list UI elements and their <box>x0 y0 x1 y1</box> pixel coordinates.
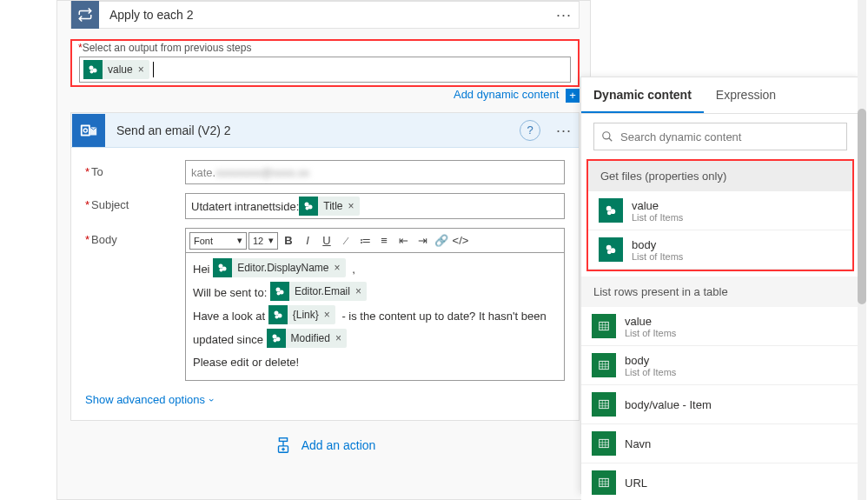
rich-text-toolbar: Font▾ 12▾ B I U ⁄ ≔ ≡ ⇤ ⇥ 🔗 </> <box>185 228 565 252</box>
scrollbar-thumb[interactable] <box>858 109 866 304</box>
apply-to-each-title: Apply to each 2 <box>99 8 549 22</box>
svg-point-29 <box>606 206 612 211</box>
sharepoint-icon <box>83 60 103 79</box>
excel-icon <box>592 353 616 377</box>
panel-tabs: Dynamic content Expression <box>581 77 859 114</box>
token-editor-displayname[interactable]: Editor.DisplayName× <box>213 258 345 277</box>
underline-button[interactable]: U <box>318 232 335 250</box>
sharepoint-icon <box>299 197 318 216</box>
token-modified[interactable]: Modified× <box>267 329 347 348</box>
svg-point-34 <box>607 250 612 255</box>
send-email-header[interactable]: Send an email (V2) 2 ? ··· <box>71 113 579 148</box>
italic-button[interactable]: I <box>299 232 316 250</box>
svg-line-28 <box>609 138 613 142</box>
text-cursor <box>153 62 154 77</box>
font-select[interactable]: Font▾ <box>189 232 247 250</box>
dynamic-content-link-row: Add dynamic content + <box>70 88 580 103</box>
add-action-row: Add an action <box>57 436 592 457</box>
send-email-title: Send an email (V2) 2 <box>106 123 520 137</box>
help-icon[interactable]: ? <box>520 120 540 141</box>
bold-button[interactable]: B <box>280 232 297 250</box>
body-label: *Body <box>85 228 185 246</box>
sharepoint-icon <box>270 282 289 301</box>
tab-expression[interactable]: Expression <box>704 77 788 113</box>
excel-icon <box>592 392 616 417</box>
svg-point-12 <box>220 269 223 272</box>
tab-dynamic-content[interactable]: Dynamic content <box>581 77 704 113</box>
dyn-item-url-xl[interactable]: URL <box>581 463 859 500</box>
add-dynamic-plus-icon[interactable]: + <box>566 89 580 103</box>
svg-rect-45 <box>600 400 609 408</box>
sharepoint-icon <box>213 258 232 277</box>
highlighted-group: Get files (properties only) valueList of… <box>586 159 854 271</box>
svg-rect-40 <box>600 361 609 369</box>
add-dynamic-content-link[interactable]: Add dynamic content <box>454 88 559 101</box>
svg-point-18 <box>275 316 278 319</box>
code-view-button[interactable]: </> <box>452 232 469 250</box>
chevron-down-icon: › <box>207 398 217 402</box>
svg-rect-55 <box>600 478 609 486</box>
page-scrollbar[interactable] <box>858 0 866 500</box>
svg-point-27 <box>603 132 610 139</box>
link-button[interactable]: 🔗 <box>433 232 450 250</box>
size-select[interactable]: 12▾ <box>248 232 278 250</box>
strikethrough-button[interactable]: ⁄ <box>337 232 354 250</box>
subject-input[interactable]: Utdatert intranettside: Title × <box>185 193 565 219</box>
token-link[interactable]: {Link}× <box>268 305 335 324</box>
svg-point-16 <box>274 311 278 316</box>
excel-icon <box>592 470 616 495</box>
select-output-block: *Select an output from previous steps va… <box>70 39 580 87</box>
apply-to-each-more-icon[interactable]: ··· <box>549 10 579 19</box>
svg-point-6 <box>84 129 87 131</box>
select-output-label: *Select an output from previous steps <box>78 42 251 54</box>
select-output-input[interactable]: value × <box>79 57 571 83</box>
flow-canvas: Apply to each 2 ··· *Select an output fr… <box>56 0 591 500</box>
svg-point-15 <box>276 292 280 296</box>
show-advanced-options[interactable]: Show advanced options› <box>85 390 565 411</box>
svg-point-13 <box>275 288 280 292</box>
dyn-item-body-sp[interactable]: bodyList of Items <box>588 230 852 270</box>
subject-label: *Subject <box>85 193 185 211</box>
sharepoint-icon <box>599 198 623 223</box>
svg-rect-35 <box>600 322 609 330</box>
svg-point-21 <box>273 339 276 343</box>
token-title[interactable]: Title × <box>299 197 359 216</box>
body-editor[interactable]: Hei Editor.DisplayName× , Will be sent t… <box>185 252 565 381</box>
dyn-item-value-sp[interactable]: valueList of Items <box>588 191 852 230</box>
svg-point-10 <box>219 264 223 269</box>
token-value[interactable]: value × <box>83 60 149 79</box>
sharepoint-icon <box>268 305 288 324</box>
add-action-icon <box>274 436 293 455</box>
send-email-card: Send an email (V2) 2 ? ··· *To kate.xxxx… <box>70 112 580 421</box>
apply-to-each-header[interactable]: Apply to each 2 ··· <box>70 1 580 29</box>
bullet-list-button[interactable]: ≔ <box>356 232 374 250</box>
excel-icon <box>592 314 616 338</box>
token-editor-email[interactable]: Editor.Email× <box>270 282 367 301</box>
search-icon <box>601 130 613 143</box>
to-label: *To <box>85 160 185 178</box>
number-list-button[interactable]: ≡ <box>375 232 393 250</box>
dyn-item-body-xl[interactable]: bodyList of Items <box>581 346 859 385</box>
token-remove-icon[interactable]: × <box>138 63 144 76</box>
add-action-button[interactable]: Add an action <box>274 436 376 455</box>
indent-button[interactable]: ⇥ <box>414 232 431 250</box>
svg-rect-22 <box>279 438 287 442</box>
to-input[interactable]: kate.xxxxxxxx@xxxx.xx <box>185 160 565 184</box>
outdent-button[interactable]: ⇤ <box>394 232 412 250</box>
svg-point-9 <box>306 207 309 210</box>
sharepoint-icon <box>599 237 623 262</box>
group-list-rows: List rows present in a table <box>581 277 859 307</box>
search-dynamic-content[interactable]: Search dynamic content <box>593 123 847 150</box>
token-remove-icon[interactable]: × <box>348 200 354 212</box>
send-email-body: *To kate.xxxxxxxx@xxxx.xx *Subject Utdat… <box>71 148 579 420</box>
dyn-item-value-xl[interactable]: valueList of Items <box>581 307 859 346</box>
dyn-item-navn-xl[interactable]: Navn <box>581 424 859 463</box>
excel-icon <box>592 431 616 456</box>
outlook-icon <box>72 114 105 147</box>
svg-point-7 <box>305 203 309 207</box>
svg-rect-50 <box>600 439 609 447</box>
send-email-more-icon[interactable]: ··· <box>549 126 579 135</box>
dyn-item-bodyvalue-xl[interactable]: body/value - Item <box>581 385 859 424</box>
svg-point-0 <box>89 66 94 70</box>
group-get-files: Get files (properties only) <box>588 161 852 191</box>
